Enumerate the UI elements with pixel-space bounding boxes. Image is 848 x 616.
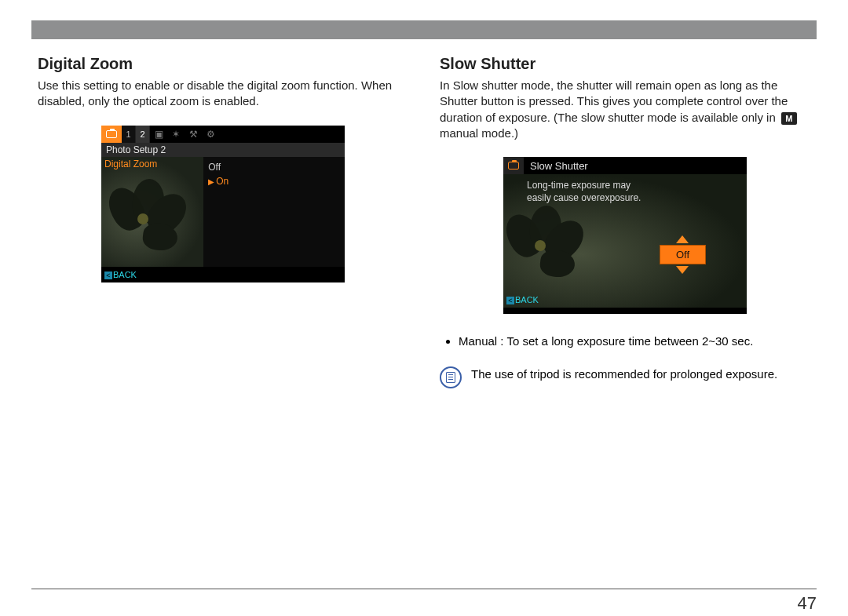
- tools-tab-icon: ✶: [167, 126, 185, 143]
- footer-rule: [31, 589, 817, 589]
- warn-line2: easily cause overexposure.: [527, 192, 641, 203]
- lcd2-header: Slow Shutter: [503, 157, 747, 174]
- video-tab-icon: ▣: [150, 126, 167, 143]
- setting-name-label: Digital Zoom: [104, 159, 157, 169]
- back-chevron-icon: <: [506, 297, 514, 304]
- back-indicator: <BACK: [506, 295, 539, 304]
- two-column-content: Digital Zoom Use this setting to enable …: [31, 39, 817, 388]
- settings-tab-icon: ⚙: [202, 126, 219, 143]
- option-off: Off: [208, 160, 340, 174]
- option-on-label: On: [216, 176, 228, 187]
- top-grey-bar: [31, 20, 817, 39]
- lcd2-body: Long-time exposure may easily cause over…: [503, 174, 747, 308]
- camera-lcd-slow-shutter: Slow Shutter Long-time exposure may easi…: [503, 157, 747, 314]
- bullet-list: Manual : To set a long exposure time bet…: [459, 333, 810, 349]
- arrow-down-icon: [676, 266, 689, 274]
- slow-shutter-screenshot: Slow Shutter Long-time exposure may easi…: [440, 157, 810, 314]
- digital-zoom-description: Use this setting to enable or disable th…: [38, 78, 408, 110]
- digital-zoom-screenshot: 1 2 ▣ ✶ ⚒ ⚙ Photo Setup 2 Digital Zoom: [38, 126, 408, 282]
- lcd-title: Photo Setup 2: [101, 143, 345, 157]
- left-column: Digital Zoom Use this setting to enable …: [38, 55, 408, 388]
- lcd-tab-bar: 1 2 ▣ ✶ ⚒ ⚙: [101, 126, 345, 143]
- manual-page: Digital Zoom Use this setting to enable …: [0, 0, 848, 616]
- option-on-selected: ▶On: [208, 174, 340, 188]
- section-heading-digital-zoom: Digital Zoom: [38, 55, 408, 73]
- desc-text-pre: In Slow shutter mode, the shutter will r…: [440, 78, 788, 124]
- lcd2-title: Slow Shutter: [524, 160, 588, 172]
- value-selector: Off: [660, 235, 706, 274]
- lcd-body: Digital Zoom Off ▶On: [101, 157, 345, 267]
- page-number: 47: [798, 593, 817, 614]
- selection-arrow-icon: ▶: [208, 177, 214, 186]
- back-indicator: <BACK: [104, 270, 137, 279]
- warn-line1: Long-time exposure may: [527, 180, 631, 191]
- manual-mode-badge: M: [781, 112, 797, 125]
- document-icon: [446, 372, 455, 383]
- camera-tab-icon: [101, 126, 122, 143]
- back-label: BACK: [515, 295, 539, 304]
- camera-tab-icon: [503, 157, 524, 174]
- tripod-note: The use of tripod is recommended for pro…: [440, 366, 810, 388]
- tab-2: 2: [136, 126, 150, 143]
- lcd-options-panel: Off ▶On: [203, 157, 345, 267]
- camera-lcd-digital-zoom: 1 2 ▣ ✶ ⚒ ⚙ Photo Setup 2 Digital Zoom: [101, 126, 345, 282]
- right-column: Slow Shutter In Slow shutter mode, the s…: [440, 55, 810, 388]
- slow-shutter-description: In Slow shutter mode, the shutter will r…: [440, 78, 810, 141]
- camera-icon: [106, 130, 117, 138]
- arrow-up-icon: [676, 235, 689, 243]
- back-chevron-icon: <: [104, 272, 112, 279]
- section-heading-slow-shutter: Slow Shutter: [440, 55, 810, 73]
- exposure-warning: Long-time exposure may easily cause over…: [527, 179, 641, 204]
- wrench-tab-icon: ⚒: [185, 126, 202, 143]
- note-text: The use of tripod is recommended for pro…: [471, 366, 777, 382]
- tab-1: 1: [122, 126, 136, 143]
- current-value-off: Off: [660, 245, 706, 264]
- note-icon: [440, 366, 462, 388]
- back-label: BACK: [113, 270, 137, 279]
- lcd-preview-panel: Digital Zoom: [101, 157, 203, 267]
- desc-text-post: manual mode.): [440, 126, 518, 140]
- camera-icon: [508, 162, 519, 169]
- page-footer: 47: [31, 589, 817, 589]
- bullet-manual-exposure: Manual : To set a long exposure time bet…: [459, 333, 810, 349]
